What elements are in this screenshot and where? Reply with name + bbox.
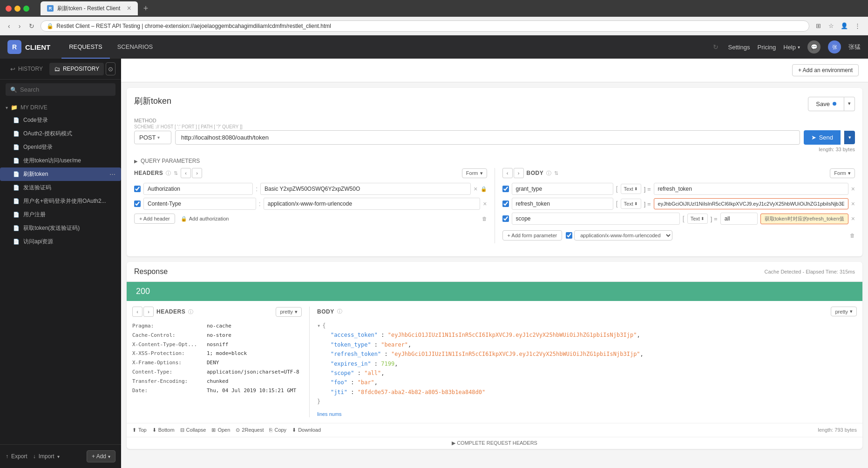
body-info-icon[interactable]: ⓘ [546, 170, 551, 177]
headers-sort-icon[interactable]: ⇅ [174, 170, 178, 176]
method-select[interactable]: POST ▾ [134, 131, 171, 144]
body-checkbox-refresh[interactable] [502, 201, 509, 207]
my-drive-header[interactable]: ▾ 📁 MY DRIVE [6, 103, 115, 112]
body-type-refresh[interactable]: Text ⬍ [621, 199, 641, 209]
header-name-ct[interactable] [143, 198, 256, 210]
bottom-button[interactable]: ⬇ Bottom [152, 427, 175, 433]
header-value-auth[interactable] [260, 183, 471, 195]
body-value-refresh[interactable] [654, 198, 848, 209]
resp-body-info-icon[interactable]: ⓘ [337, 308, 342, 315]
nav-scenarios[interactable]: SCENARIOS [110, 35, 161, 59]
lines-nums-button[interactable]: lines nums [317, 411, 342, 417]
save-button[interactable]: Save [808, 97, 844, 111]
delete-all-body-icon[interactable]: 🗑 [850, 233, 855, 238]
header-name-auth[interactable] [143, 183, 253, 195]
settings-button[interactable]: Settings [728, 44, 750, 51]
add-form-param-button[interactable]: + Add form parameter [502, 230, 563, 241]
send-dropdown-button[interactable]: ▾ [844, 131, 855, 144]
tab-history[interactable]: ↩ HISTORY [6, 63, 47, 75]
header-checkbox-auth[interactable] [134, 186, 141, 192]
chat-icon[interactable]: 💬 [807, 40, 821, 53]
body-delete-scope-icon[interactable]: × [851, 215, 855, 222]
body-type-scope[interactable]: Text ⬍ [687, 214, 708, 224]
profile-icon[interactable]: 👤 [839, 21, 849, 31]
back-button[interactable]: ‹ [6, 21, 13, 31]
body-right-arrow[interactable]: › [514, 168, 524, 178]
sidebar-item-register[interactable]: 📄 用户注册 [0, 208, 121, 221]
body-value-scope[interactable] [720, 213, 758, 225]
add-authorization-button[interactable]: 🔒 Add authorization [181, 216, 229, 222]
header-delete-ct-icon[interactable]: × [483, 200, 487, 207]
sidebar-item-refresh-token[interactable]: 📄 刷新token ⋯ [0, 167, 121, 181]
resp-body-pretty-dropdown[interactable]: pretty ▾ [831, 307, 857, 316]
search-input[interactable] [20, 86, 111, 93]
browser-tab[interactable]: R 刷新token - Restlet Client × [41, 1, 138, 15]
resp-headers-right-arrow[interactable]: › [143, 307, 154, 317]
sidebar-item-api-resource[interactable]: 📄 访问api资源 [0, 235, 121, 248]
header-delete-auth-icon[interactable]: × [474, 185, 477, 193]
body-form-dropdown[interactable]: Form ▾ [830, 168, 855, 178]
header-value-ct[interactable] [264, 198, 481, 210]
new-tab-button[interactable]: + [143, 4, 149, 13]
user-avatar[interactable]: 张 [828, 40, 841, 53]
collapse-button[interactable]: ⊟ Collapse [180, 427, 206, 433]
item-more-icon[interactable]: ⋯ [109, 171, 115, 178]
header-checkbox-ct[interactable] [134, 201, 141, 207]
tab-repository[interactable]: 🗂 REPOSITORY [49, 63, 104, 75]
complete-headers-row[interactable]: ▶ COMPLETE REQUEST HEADERS [127, 437, 862, 449]
export-button[interactable]: ↑ Export [6, 450, 27, 462]
help-button[interactable]: Help ▾ [783, 44, 800, 51]
headers-left-arrow[interactable]: ‹ [181, 168, 191, 178]
nav-requests[interactable]: REQUESTS [61, 35, 110, 59]
sidebar-item-code-login[interactable]: 📄 Code登录 [0, 114, 121, 127]
top-button[interactable]: ⬆ Top [132, 427, 147, 433]
header-lock-auth-icon[interactable]: 🔒 [481, 186, 487, 192]
sidebar-item-send-code[interactable]: 📄 发送验证码 [0, 181, 121, 194]
tab-close-icon[interactable]: × [127, 4, 131, 13]
body-delete-grant-icon[interactable]: × [851, 185, 855, 193]
address-bar[interactable]: 🔒 Restlet Client – REST API Testing | ch… [41, 20, 809, 32]
sidebar-item-token-access[interactable]: 📄 使用token访问/user/me [0, 154, 121, 167]
import-button[interactable]: ↓ Import ▾ [33, 450, 60, 462]
save-dropdown-button[interactable]: ▾ [844, 97, 855, 111]
close-dot[interactable] [6, 6, 12, 12]
body-name-refresh[interactable] [512, 198, 613, 210]
url-input[interactable] [175, 130, 800, 145]
resp-headers-info-icon[interactable]: ⓘ [188, 308, 193, 315]
body-name-scope[interactable] [512, 213, 680, 225]
add-environment-button[interactable]: + Add an environment [792, 64, 859, 76]
headers-form-dropdown[interactable]: Form ▾ [462, 168, 487, 178]
json-collapse-icon[interactable]: ▾ [317, 321, 320, 330]
resp-headers-pretty-dropdown[interactable]: pretty ▾ [276, 307, 302, 317]
content-type-checkbox[interactable] [566, 232, 572, 239]
query-params-row[interactable]: ▶ QUERY PARAMETERS [134, 156, 855, 168]
add-button[interactable]: + Add ▾ [87, 450, 115, 462]
body-delete-refresh-icon[interactable]: × [851, 200, 855, 207]
body-type-grant[interactable]: Text ⬍ [621, 184, 641, 194]
headers-info-icon[interactable]: ⓘ [166, 170, 171, 177]
body-left-arrow[interactable]: ‹ [502, 168, 513, 178]
more-icon[interactable]: ⋮ [852, 21, 862, 31]
add-header-button[interactable]: + Add header [134, 214, 175, 224]
copy-button[interactable]: ⎘ Copy [269, 427, 286, 433]
sidebar-item-openid[interactable]: 📄 OpenId登录 [0, 140, 121, 154]
pricing-button[interactable]: Pricing [758, 44, 776, 51]
bookmark-icon[interactable]: ☆ [826, 21, 836, 31]
reload-button[interactable]: ↻ [27, 21, 37, 31]
content-type-select[interactable]: application/x-www-form-urlencoded [574, 230, 672, 241]
minimize-dot[interactable] [14, 6, 20, 12]
download-button[interactable]: ⬇ Download [292, 427, 321, 433]
delete-all-headers-icon[interactable]: 🗑 [482, 216, 487, 221]
search-input-wrap[interactable]: 🔍 [6, 83, 115, 96]
body-checkbox-grant[interactable] [502, 186, 509, 192]
resp-headers-left-arrow[interactable]: ‹ [132, 307, 142, 317]
body-name-grant[interactable] [512, 183, 613, 195]
sidebar-item-username-login[interactable]: 📄 用户名+密码登录并使用OAuth2... [0, 194, 121, 208]
sidebar-item-get-token[interactable]: 📄 获取token(发送验证码) [0, 221, 121, 235]
headers-right-arrow[interactable]: › [192, 168, 202, 178]
extensions-icon[interactable]: ⊞ [813, 21, 823, 31]
open-button[interactable]: ⊞ Open [211, 427, 230, 433]
body-value-grant[interactable] [654, 183, 848, 195]
maximize-dot[interactable] [23, 6, 29, 12]
body-sort-icon[interactable]: ⇅ [554, 170, 558, 176]
